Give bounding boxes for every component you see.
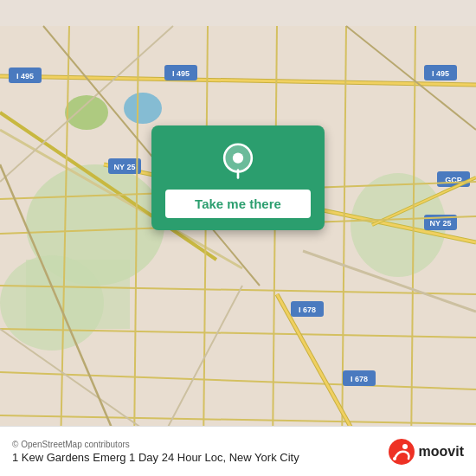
- map-svg: I 495 I 495 I 495 NY 25 NY 25 GCP: [0, 0, 476, 476]
- moovit-icon: [388, 438, 415, 466]
- svg-text:I 495: I 495: [16, 72, 34, 80]
- svg-point-6: [124, 93, 162, 124]
- svg-text:I 495: I 495: [172, 69, 190, 78]
- svg-text:NY 25: NY 25: [430, 219, 452, 228]
- svg-point-57: [393, 457, 396, 460]
- svg-text:I 495: I 495: [432, 69, 449, 78]
- moovit-logo: moovit: [388, 438, 464, 466]
- svg-rect-4: [26, 260, 130, 329]
- svg-point-54: [233, 152, 243, 163]
- location-pin-icon: [219, 143, 257, 181]
- svg-text:I 678: I 678: [299, 306, 316, 314]
- bottom-left: © OpenStreetMap contributors 1 Kew Garde…: [12, 440, 299, 464]
- location-name: 1 Kew Gardens Emerg 1 Day 24 Hour Loc, N…: [12, 451, 299, 464]
- take-me-button[interactable]: Take me there: [165, 190, 311, 218]
- svg-text:I 678: I 678: [351, 375, 368, 383]
- svg-text:NY 25: NY 25: [114, 163, 136, 171]
- bottom-bar: © OpenStreetMap contributors 1 Kew Garde…: [0, 426, 476, 476]
- svg-point-56: [402, 444, 408, 449]
- moovit-label: moovit: [419, 444, 464, 460]
- overlay-card: Take me there: [151, 125, 325, 230]
- svg-point-5: [65, 95, 108, 130]
- copyright-text: © OpenStreetMap contributors: [12, 440, 299, 449]
- map-container: I 495 I 495 I 495 NY 25 NY 25 GCP: [0, 0, 476, 476]
